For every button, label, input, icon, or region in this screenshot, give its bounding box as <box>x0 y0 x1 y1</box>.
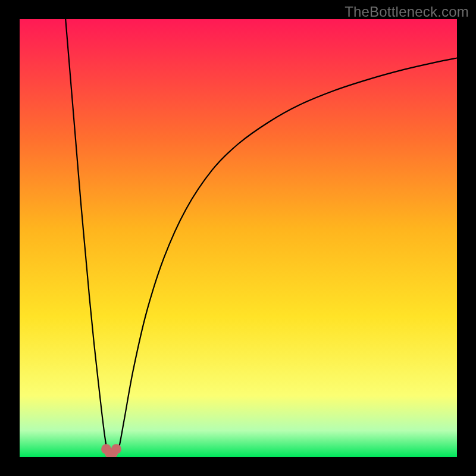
chart-svg <box>20 19 457 457</box>
gradient-background <box>20 19 457 457</box>
chart-plot-area <box>20 19 457 457</box>
chart-frame: TheBottleneck.com <box>0 0 476 476</box>
watermark-text: TheBottleneck.com <box>345 4 469 20</box>
minimum-marker-dot <box>111 444 121 454</box>
